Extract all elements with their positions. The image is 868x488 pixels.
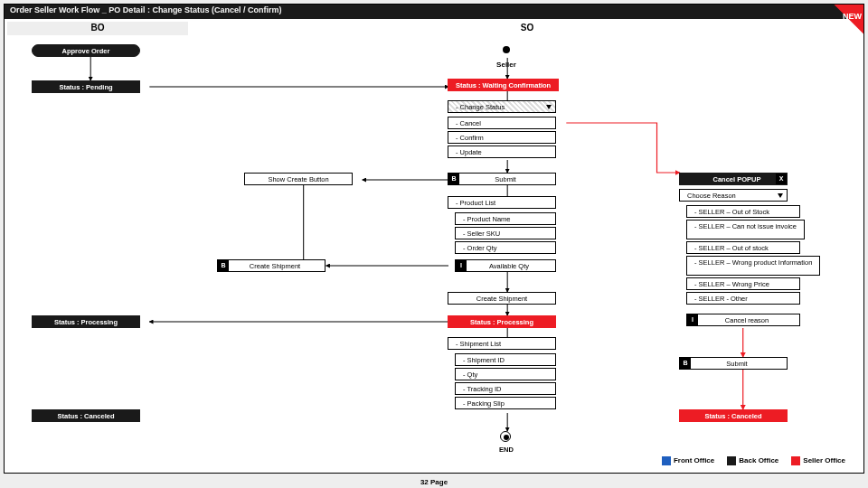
submit-button-1[interactable]: B Submit [448, 173, 556, 185]
page-title: Order Seller Work Flow _ PO Detail : Cha… [10, 5, 281, 14]
column-headers: BO SO [5, 19, 863, 35]
chevron-down-icon [778, 193, 783, 198]
product-name: - Product Name [455, 212, 556, 225]
b-tag-icon: B [218, 260, 229, 271]
shipment-qty: - Qty [455, 368, 556, 380]
popup-submit-button[interactable]: B Submit [679, 357, 788, 370]
diagram-canvas: Approve Order Status : Pending Status : … [5, 35, 863, 473]
reason-out-of-stock[interactable]: - SELLER – Out of Stock [686, 205, 800, 218]
packing-slip: - Packing Slip [455, 397, 556, 409]
legend-back: Back Office [727, 456, 778, 465]
chevron-down-icon [546, 105, 552, 109]
product-list: - Product List [448, 196, 556, 209]
confirm-option[interactable]: - Confirm [448, 131, 556, 144]
start-dot-icon [503, 46, 510, 53]
reason-wrong-price[interactable]: - SELLER – Wrong Price [686, 277, 800, 290]
legend-swatch-icon [727, 456, 736, 465]
legend-swatch-icon [791, 456, 800, 465]
bo-status-canceled: Status : Canceled [32, 409, 140, 422]
tracking-id: - Tracking ID [455, 382, 556, 395]
so-column-header: SO [193, 22, 861, 35]
i-tag-icon: I [687, 314, 698, 325]
close-icon[interactable]: X [776, 174, 787, 184]
seller-label: Seller [457, 61, 556, 69]
create-shipment-step: Create Shipment [448, 292, 556, 305]
show-create-button: Show Create Button [244, 173, 353, 185]
title-bar: Order Seller Work Flow _ PO Detail : Cha… [5, 5, 863, 19]
legend-seller: Seller Office [791, 456, 845, 465]
update-option[interactable]: - Update [448, 145, 556, 158]
create-shipment-button[interactable]: B Create Shipment [217, 259, 326, 272]
reason-other[interactable]: - SELLER - Other [686, 292, 800, 305]
change-status[interactable]: - Change Status [448, 100, 556, 113]
so-status-processing: Status : Processing [448, 315, 556, 328]
page-number: 32 Page [0, 478, 868, 486]
b-tag-icon: B [448, 174, 459, 184]
end-ring-icon [500, 431, 511, 442]
legend-front: Front Office [662, 456, 714, 465]
bo-column-header: BO [7, 22, 188, 35]
reason-no-invoice[interactable]: - SELLER – Can not issue invoice [686, 220, 805, 239]
so-status-waiting: Status : Waiting Confirmation [448, 79, 559, 91]
available-qty-input[interactable]: I Available Qty [455, 259, 556, 272]
choose-reason[interactable]: Choose Reason [679, 189, 788, 202]
i-tag-icon: I [456, 260, 467, 271]
bo-status-processing: Status : Processing [32, 315, 140, 328]
cancel-option[interactable]: - Cancel [448, 117, 556, 129]
popup-status-canceled: Status : Canceled [679, 409, 788, 422]
seller-sku: - Seller SKU [455, 227, 556, 239]
legend-swatch-icon [662, 456, 671, 465]
b-tag-icon: B [680, 358, 691, 369]
bo-status-pending: Status : Pending [32, 80, 140, 93]
cancel-reason-input[interactable]: I Cancel reason [686, 314, 800, 326]
order-qty: - Order Qty [455, 241, 556, 254]
reason-out-of-stock-2[interactable]: - SELLER – Out of stock [686, 241, 800, 254]
approve-order: Approve Order [32, 44, 140, 57]
reason-wrong-info[interactable]: - SELLER – Wrong product Information [686, 256, 820, 276]
end-label: END [479, 446, 533, 454]
cancel-popup-header: Cancel POPUP X [679, 173, 788, 185]
legend: Front Office Back Office Seller Office [662, 456, 845, 465]
connector-lines [5, 35, 863, 473]
shipment-id: - Shipment ID [455, 353, 556, 366]
shipment-list: - Shipment List [448, 337, 556, 350]
page-frame: Order Seller Work Flow _ PO Detail : Cha… [4, 4, 864, 474]
